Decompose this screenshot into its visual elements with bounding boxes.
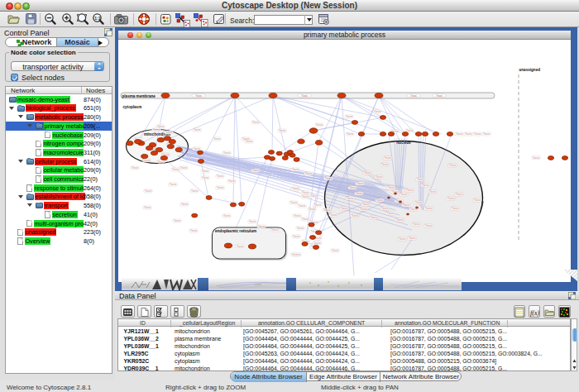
- svg-text:Yxx:xx: Yxx:xx: [356, 182, 364, 185]
- svg-text:Yxx:xx: Yxx:xx: [292, 168, 299, 171]
- svg-text:Yxx:xx: Yxx:xx: [165, 131, 173, 134]
- svg-text:Yxx:xx: Yxx:xx: [349, 186, 356, 189]
- svg-text:Yxx:xx: Yxx:xx: [388, 186, 395, 189]
- svg-text:Yxx:xx: Yxx:xx: [422, 184, 429, 187]
- svg-text:Yxx:xx: Yxx:xx: [170, 183, 177, 186]
- svg-text:Yxx:xx: Yxx:xx: [474, 198, 481, 202]
- svg-text:Yxx:xx: Yxx:xx: [396, 218, 404, 222]
- svg-text:Yxx:xx: Yxx:xx: [293, 235, 300, 238]
- svg-text:Yxx:xx: Yxx:xx: [447, 197, 455, 200]
- svg-text:Yxx:xx: Yxx:xx: [465, 132, 472, 136]
- svg-text:Yxx:xx: Yxx:xx: [352, 214, 359, 218]
- svg-text:Yxx:xx: Yxx:xx: [294, 214, 301, 218]
- svg-text:Yxx:xx: Yxx:xx: [399, 237, 406, 241]
- svg-text:Yxxxx: Yxxxx: [195, 94, 202, 98]
- svg-text:Yxx:xx: Yxx:xx: [400, 193, 408, 196]
- svg-text:Yxx:xx: Yxx:xx: [452, 207, 459, 210]
- svg-text:Yxxxx: Yxxxx: [410, 94, 417, 98]
- svg-text:Yxx:xx: Yxx:xx: [376, 198, 384, 202]
- svg-text:Yxx:xx: Yxx:xx: [180, 166, 188, 170]
- svg-text:Yxx:xx: Yxx:xx: [290, 201, 298, 204]
- svg-text:Yxx:xx: Yxx:xx: [325, 177, 333, 180]
- svg-text:Yxx:xx: Yxx:xx: [302, 191, 309, 194]
- svg-text:Yxx:xx: Yxx:xx: [252, 121, 260, 124]
- svg-text:unassigned: unassigned: [519, 68, 541, 72]
- svg-text:Yxx:xx: Yxx:xx: [417, 178, 424, 181]
- svg-text:Yxx:xx: Yxx:xx: [172, 168, 179, 171]
- svg-text:Yxx:xx: Yxx:xx: [341, 207, 348, 210]
- svg-text:Yxx:xx: Yxx:xx: [271, 228, 279, 232]
- svg-text:Yxx:xx: Yxx:xx: [474, 132, 481, 136]
- svg-text:Yxx:xx: Yxx:xx: [330, 213, 337, 217]
- svg-text:Yxx:xx: Yxx:xx: [292, 187, 299, 190]
- svg-text:Yxx:xx: Yxx:xx: [384, 156, 391, 160]
- svg-text:Yxx:xx: Yxx:xx: [190, 229, 198, 232]
- svg-text:Yxx:xx: Yxx:xx: [376, 175, 383, 179]
- svg-text:Yxx:xx: Yxx:xx: [381, 207, 389, 210]
- svg-text:Yxx:xx: Yxx:xx: [228, 179, 236, 183]
- svg-text:endoplasmic reticulum: endoplasmic reticulum: [215, 229, 256, 233]
- svg-text:Yxxxx: Yxxxx: [436, 94, 443, 98]
- svg-text:Yxx:xx: Yxx:xx: [449, 164, 457, 167]
- svg-text:Yxx:xx: Yxx:xx: [302, 195, 309, 198]
- svg-text:Yxx:xx: Yxx:xx: [323, 208, 331, 212]
- svg-text:Yxx:xx: Yxx:xx: [409, 237, 416, 240]
- svg-text:cytoplasm: cytoplasm: [123, 105, 142, 109]
- svg-text:Yxx:xx: Yxx:xx: [413, 222, 420, 226]
- svg-text:Yxx:xx: Yxx:xx: [305, 172, 313, 175]
- svg-text:Yxx:xx: Yxx:xx: [456, 132, 463, 136]
- svg-text:Yxx:xx: Yxx:xx: [316, 123, 323, 127]
- svg-text:Yxx:xx: Yxx:xx: [132, 166, 139, 170]
- svg-text:Yxx:xx: Yxx:xx: [347, 132, 354, 136]
- svg-text:Yxx:xx: Yxx:xx: [291, 253, 299, 256]
- svg-text:Yxx:xx: Yxx:xx: [194, 128, 201, 131]
- svg-text:Yxx:xx: Yxx:xx: [191, 189, 199, 193]
- svg-text:Yxx:xx: Yxx:xx: [143, 159, 151, 162]
- svg-text:Yxx:xx: Yxx:xx: [314, 203, 322, 207]
- svg-text:Yxx:xx: Yxx:xx: [145, 189, 152, 193]
- svg-text:Yxx:xx: Yxx:xx: [174, 219, 181, 222]
- svg-text:Yxx:xx: Yxx:xx: [252, 169, 260, 172]
- svg-text:Yxx:xx: Yxx:xx: [202, 176, 209, 179]
- svg-text:Yxx:xx: Yxx:xx: [371, 216, 378, 219]
- svg-text:Yxx:xx: Yxx:xx: [425, 207, 433, 210]
- svg-text:Yxx:xx: Yxx:xx: [246, 140, 253, 143]
- svg-text:Yxx:xx: Yxx:xx: [258, 225, 266, 228]
- svg-text:Yxx:xx: Yxx:xx: [356, 192, 363, 195]
- svg-text:Yxx:xx: Yxx:xx: [217, 186, 224, 189]
- svg-text:Yxx:xx: Yxx:xx: [213, 137, 221, 141]
- svg-text:Yxx:xx: Yxx:xx: [332, 249, 339, 252]
- svg-text:Yxx:xx: Yxx:xx: [202, 170, 209, 173]
- svg-text:Yxx:xx: Yxx:xx: [347, 197, 354, 200]
- svg-text:Yxx:xx: Yxx:xx: [483, 132, 490, 136]
- svg-text:Yxx:xx: Yxx:xx: [181, 203, 189, 206]
- svg-text:Yxx:xx: Yxx:xx: [302, 218, 309, 221]
- svg-text:Yxx:xx: Yxx:xx: [415, 201, 423, 204]
- svg-text:Yxx:xx: Yxx:xx: [406, 189, 414, 192]
- svg-text:Yxxxx: Yxxxx: [301, 94, 308, 98]
- svg-text:Yxx:xx: Yxx:xx: [223, 151, 231, 155]
- svg-text:Yxx:xx: Yxx:xx: [311, 194, 318, 198]
- svg-text:Yxx:xx: Yxx:xx: [237, 245, 244, 248]
- svg-text:Yxx:xx: Yxx:xx: [279, 129, 286, 132]
- svg-text:Yxx:xx: Yxx:xx: [387, 212, 395, 215]
- svg-text:Yxx:xx: Yxx:xx: [456, 193, 463, 196]
- svg-text:Yxx:xx: Yxx:xx: [299, 204, 306, 208]
- svg-text:Yxx:xx: Yxx:xx: [429, 190, 437, 194]
- svg-text:Yxx:xx: Yxx:xx: [194, 147, 201, 151]
- svg-text:Yxx:xx: Yxx:xx: [217, 174, 224, 178]
- svg-text:Yxx:xx: Yxx:xx: [223, 214, 231, 218]
- svg-text:f(x): f(x): [530, 309, 539, 317]
- svg-text:Yxx:xx: Yxx:xx: [153, 128, 160, 131]
- svg-text:Yxx:xx: Yxx:xx: [144, 206, 151, 209]
- svg-text:Yxx:xx: Yxx:xx: [309, 208, 316, 211]
- svg-text:Yxx:xx: Yxx:xx: [346, 115, 353, 118]
- svg-text:Yxx:xx: Yxx:xx: [313, 241, 321, 245]
- svg-text:Yxx:xx: Yxx:xx: [362, 203, 370, 206]
- svg-text:1:1: 1:1: [94, 16, 100, 21]
- svg-text:Yxx:xx: Yxx:xx: [297, 227, 304, 230]
- svg-text:Yxx:xx: Yxx:xx: [403, 203, 410, 207]
- svg-text:plasma membrane: plasma membrane: [122, 94, 156, 98]
- svg-text:Yxx:xx: Yxx:xx: [381, 163, 389, 166]
- svg-text:Yxx:xx: Yxx:xx: [158, 160, 165, 164]
